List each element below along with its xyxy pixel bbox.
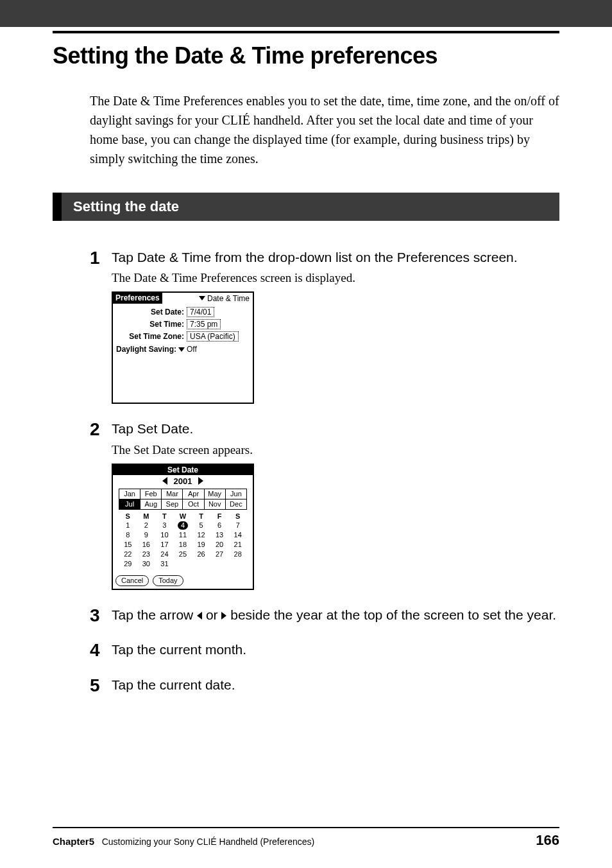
day-cell[interactable]: 18 [174, 540, 192, 550]
arrow-left-icon [197, 612, 202, 620]
day-cell[interactable]: 7 [228, 521, 247, 530]
cancel-button[interactable]: Cancel [115, 575, 149, 586]
day-cell[interactable]: 24 [155, 550, 174, 559]
prefs-title: Preferences [113, 293, 162, 304]
step-number: 5 [90, 675, 112, 695]
day-cell[interactable]: 31 [155, 559, 174, 569]
today-button[interactable]: Today [153, 575, 183, 586]
prefs-dropdown[interactable]: Date & Time [199, 293, 253, 304]
set-time-value[interactable]: 7:35 pm [187, 319, 221, 329]
week-row: 22 23 24 25 26 27 28 [119, 550, 247, 559]
day-cell[interactable]: 23 [137, 550, 156, 559]
step-4: 4 Tap the current month. [90, 640, 559, 659]
day-cell[interactable]: 19 [192, 540, 210, 550]
step-number: 2 [90, 419, 112, 438]
day-cell[interactable]: 14 [228, 530, 247, 540]
month-cell[interactable]: Jan [119, 489, 140, 499]
day-cell[interactable]: 15 [119, 540, 137, 550]
day-cell[interactable] [192, 559, 210, 569]
set-timezone-value[interactable]: USA (Pacific) [187, 331, 239, 342]
footer-rule [53, 827, 559, 828]
daylight-saving-value[interactable]: Off [187, 345, 197, 354]
day-cell[interactable]: 29 [119, 559, 137, 569]
preferences-screenshot: Preferences Date & Time Set Date: 7/4/01 [112, 291, 254, 404]
day-cell[interactable]: 25 [174, 550, 192, 559]
daylight-saving-row: Daylight Saving: Off [116, 343, 250, 354]
day-cell[interactable]: 6 [210, 521, 229, 530]
day-cell[interactable]: 30 [137, 559, 156, 569]
month-cell[interactable]: Oct [183, 499, 204, 509]
day-cell[interactable]: 21 [228, 540, 247, 550]
chapter-text: Customizing your Sony CLIÉ Handheld (Pre… [102, 837, 315, 847]
dow-header: F [210, 512, 229, 521]
day-cell[interactable]: 11 [174, 530, 192, 540]
month-cell[interactable]: Feb [140, 489, 162, 499]
day-cell[interactable]: 1 [119, 521, 137, 530]
step-1: 1 Tap Date & Time from the drop-down lis… [90, 248, 559, 404]
section-heading: Setting the date [53, 193, 559, 221]
day-cell[interactable] [210, 559, 229, 569]
page-title: Setting the Date & Time preferences [53, 42, 559, 69]
step-5: 5 Tap the current date. [90, 675, 559, 695]
month-grid: Jan Feb Mar Apr May Jun Jul Aug Sep [119, 489, 247, 510]
day-cell[interactable]: 10 [155, 530, 174, 540]
page-top-bar [0, 0, 612, 27]
day-cell[interactable]: 20 [210, 540, 229, 550]
set-time-row: Set Time: 7:35 pm [116, 319, 250, 329]
year-label: 2001 [174, 476, 192, 486]
month-cell[interactable]: Aug [140, 499, 162, 509]
month-cell[interactable]: Sep [162, 499, 183, 509]
step-2: 2 Tap Set Date. The Set Date screen appe… [90, 419, 559, 589]
day-cell[interactable]: 28 [228, 550, 247, 559]
month-cell[interactable]: May [204, 489, 225, 499]
chapter-label: Chapter5 [53, 836, 94, 847]
dow-header: S [119, 512, 137, 521]
day-cell[interactable]: 26 [192, 550, 210, 559]
day-cell[interactable] [174, 559, 192, 569]
step-3: 3 Tap the arrow or beside the year at th… [90, 605, 559, 625]
step-text: Tap the current month. [112, 640, 559, 659]
set-date-value[interactable]: 7/4/01 [187, 307, 214, 317]
step-text: Tap Set Date. [112, 419, 559, 438]
month-cell[interactable]: Nov [204, 499, 225, 509]
month-cell[interactable]: Apr [183, 489, 204, 499]
dow-header: W [174, 512, 192, 521]
day-cell[interactable]: 16 [137, 540, 156, 550]
set-date-row: Set Date: 7/4/01 [116, 307, 250, 317]
week-row: 15 16 17 18 19 20 21 [119, 540, 247, 550]
step-number: 4 [90, 640, 112, 659]
step-text: Tap the current date. [112, 675, 559, 695]
step-subtext: The Date & Time Preferences screen is di… [112, 271, 559, 285]
page-footer: Chapter5 Customizing your Sony CLIÉ Hand… [53, 832, 559, 849]
day-cell[interactable]: 3 [155, 521, 174, 530]
year-next-icon[interactable] [198, 477, 203, 485]
step-subtext: The Set Date screen appears. [112, 443, 559, 457]
day-grid: S M T W T F S 1 2 3 [119, 512, 247, 569]
month-cell-selected[interactable]: Jul [119, 499, 140, 509]
day-cell-selected[interactable]: 4 [174, 521, 192, 530]
chevron-down-icon [178, 347, 185, 352]
day-cell[interactable]: 9 [137, 530, 156, 540]
month-cell[interactable]: Mar [162, 489, 183, 499]
step-number: 3 [90, 605, 112, 625]
day-cell[interactable]: 22 [119, 550, 137, 559]
page-number: 166 [536, 832, 559, 849]
day-cell[interactable]: 17 [155, 540, 174, 550]
set-date-label: Set Date: [116, 308, 187, 317]
day-cell[interactable]: 5 [192, 521, 210, 530]
day-cell[interactable]: 13 [210, 530, 229, 540]
daylight-saving-label: Daylight Saving: [116, 345, 176, 354]
month-cell[interactable]: Dec [225, 499, 246, 509]
dow-header: T [155, 512, 174, 521]
prefs-dropdown-label: Date & Time [207, 294, 250, 303]
day-cell[interactable]: 12 [192, 530, 210, 540]
month-cell[interactable]: Jun [225, 489, 246, 499]
day-cell[interactable]: 2 [137, 521, 156, 530]
set-time-label: Set Time: [116, 320, 187, 329]
day-cell[interactable]: 27 [210, 550, 229, 559]
day-cell[interactable]: 8 [119, 530, 137, 540]
set-timezone-row: Set Time Zone: USA (Pacific) [116, 331, 250, 342]
day-cell[interactable] [228, 559, 247, 569]
setdate-screenshot: Set Date 2001 Jan Feb Mar Apr [112, 464, 254, 590]
year-prev-icon[interactable] [162, 477, 167, 485]
